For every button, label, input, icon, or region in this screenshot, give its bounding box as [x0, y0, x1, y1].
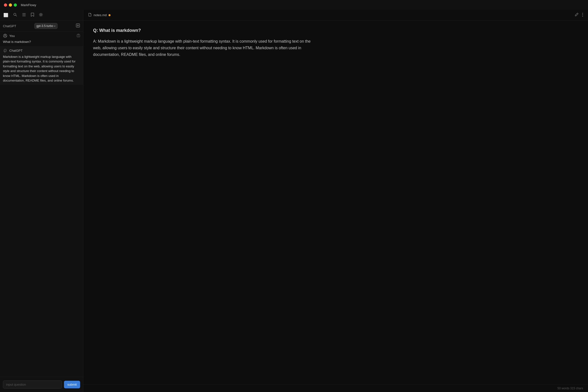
answer-text: A: Markdown is a lightweight markup lang…	[93, 38, 314, 58]
filename: notes.md	[94, 13, 106, 17]
chatgpt-icon	[3, 48, 7, 53]
ai-sender-name: ChatGPT	[9, 49, 22, 52]
chatgpt-section: ChatGPT gpt-3.5-turbo ▾	[0, 20, 83, 32]
ai-message-group: ChatGPT Markdown is a lightweight markup…	[0, 46, 83, 85]
list-icon[interactable]	[22, 12, 26, 18]
sidebar: ⬜	[0, 10, 83, 392]
user-message-group: You What is markdown?	[0, 32, 83, 46]
traffic-lights	[4, 4, 17, 6]
svg-point-10	[5, 35, 6, 36]
model-name: gpt-3.5-turbo	[36, 24, 54, 28]
unsaved-indicator	[108, 14, 110, 16]
add-conversation-icon[interactable]	[76, 23, 80, 29]
more-options-icon[interactable]	[582, 13, 583, 18]
file-icon	[88, 13, 92, 17]
minimize-button[interactable]	[9, 4, 12, 6]
ai-sender: ChatGPT	[3, 48, 22, 53]
settings-icon[interactable]	[38, 12, 43, 18]
qa-block: Q: What is markdown? A: Markdown is a li…	[93, 28, 578, 58]
user-message-text: What is markdown?	[3, 40, 80, 44]
user-sender: You	[3, 34, 15, 38]
submit-button[interactable]: submit	[64, 381, 80, 388]
user-icon	[3, 34, 7, 38]
chatgpt-label: ChatGPT	[3, 24, 16, 28]
svg-point-5	[40, 14, 42, 16]
input-area: submit	[0, 377, 83, 392]
edit-icon[interactable]	[574, 12, 579, 18]
question-line: Q: What is markdown?	[93, 28, 578, 33]
header-actions	[574, 12, 583, 18]
svg-point-18	[582, 14, 583, 15]
document-icon[interactable]: ⬜	[3, 13, 9, 18]
word-count: 50 words 315 chars	[558, 386, 583, 390]
app-title: MarkFlowy	[21, 3, 36, 7]
content-header: notes.md	[83, 10, 588, 20]
model-selector[interactable]: gpt-3.5-turbo ▾	[34, 23, 58, 29]
svg-point-16	[6, 50, 6, 51]
svg-point-17	[582, 13, 583, 14]
bookmark-icon[interactable]	[30, 12, 34, 18]
search-icon[interactable]	[13, 12, 18, 18]
svg-point-15	[5, 50, 5, 51]
sidebar-messages: You What is markdown?	[0, 32, 83, 377]
user-sender-name: You	[9, 34, 15, 38]
svg-point-19	[582, 16, 583, 16]
svg-rect-11	[77, 34, 80, 37]
content-body: Q: What is markdown? A: Markdown is a li…	[83, 20, 588, 384]
main-layout: ⬜	[0, 10, 588, 392]
question-input[interactable]	[3, 380, 62, 388]
file-tab: notes.md	[88, 13, 110, 17]
user-message-header: You	[3, 34, 80, 38]
ai-message-text: Markdown is a lightweight markup languag…	[3, 54, 80, 83]
maximize-button[interactable]	[14, 4, 17, 6]
svg-line-1	[16, 15, 17, 16]
close-button[interactable]	[4, 4, 7, 6]
main-content: notes.md	[83, 10, 588, 392]
sidebar-toolbar: ⬜	[0, 10, 83, 20]
titlebar: MarkFlowy	[0, 0, 588, 10]
delete-conversation-icon[interactable]	[77, 34, 80, 38]
dropdown-arrow-icon: ▾	[54, 25, 55, 28]
content-footer: 50 words 315 chars	[83, 384, 588, 392]
ai-message-header: ChatGPT	[3, 48, 80, 53]
